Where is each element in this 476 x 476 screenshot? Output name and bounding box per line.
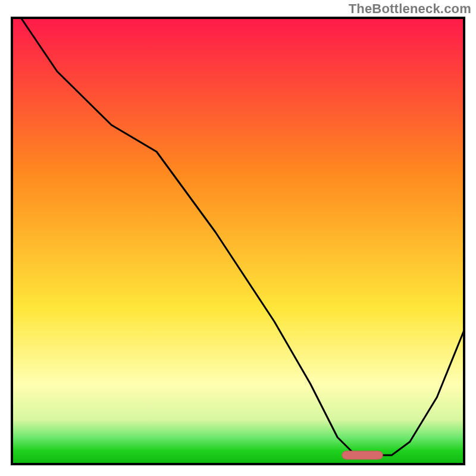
bottleneck-chart <box>0 0 476 476</box>
gradient-background <box>12 18 464 464</box>
chart-stage: TheBottleneck.com <box>0 0 476 476</box>
optimal-marker <box>342 451 383 459</box>
watermark-text: TheBottleneck.com <box>349 1 471 17</box>
